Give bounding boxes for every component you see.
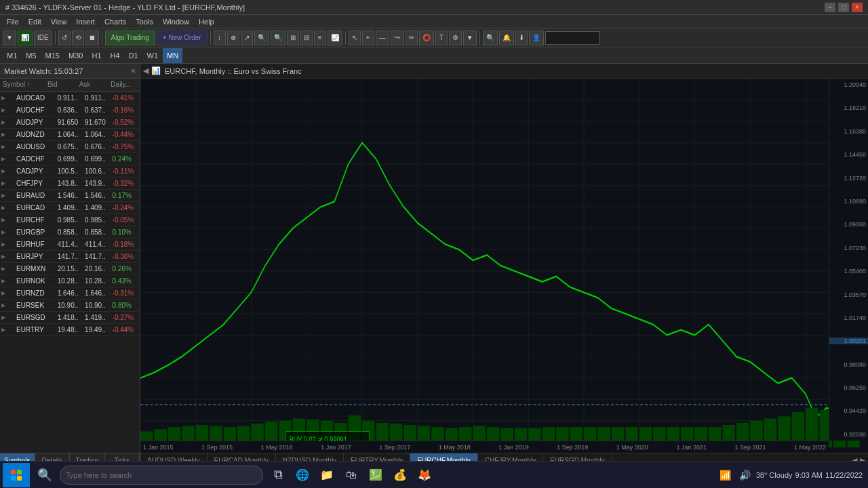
chart-tool-1[interactable]: ↕ bbox=[214, 30, 226, 45]
svg-rect-82 bbox=[11, 476, 16, 481]
taskbar-volume[interactable]: 🔊 bbox=[736, 470, 753, 481]
taskbar-edge[interactable]: 🌐 bbox=[290, 463, 315, 487]
row-expand: ▶ bbox=[0, 205, 7, 211]
market-watch-row[interactable]: ▶ EURJPY 141.7.. 141.7.. -0.36% bbox=[0, 251, 140, 263]
market-watch-row[interactable]: ▶ EURSGD 1.418.. 1.419.. -0.27% bbox=[0, 312, 140, 324]
maximize-button[interactable]: □ bbox=[838, 3, 849, 12]
download-icon[interactable]: ⬇ bbox=[515, 30, 528, 45]
draw-tool-2[interactable]: + bbox=[362, 30, 374, 45]
tf-m30[interactable]: M30 bbox=[64, 48, 87, 63]
chart-tool-2[interactable]: ⊕ bbox=[227, 30, 239, 45]
tf-h4[interactable]: H4 bbox=[106, 48, 123, 63]
market-watch-panel: Market Watch: 15:03:27 × Symbol ↑ Bid As… bbox=[0, 64, 140, 468]
menu-file[interactable]: File bbox=[3, 15, 23, 28]
market-watch-row[interactable]: ▶ EURCAD 1.409.. 1.409.. -0.24% bbox=[0, 202, 140, 214]
market-watch-row[interactable]: ▶ EURAUD 1.546.. 1.546.. 0.17% bbox=[0, 190, 140, 202]
draw-tool-8[interactable]: ⚙ bbox=[449, 30, 462, 45]
menu-window[interactable]: Window bbox=[159, 15, 193, 28]
new-order-button[interactable]: + New Order bbox=[157, 30, 208, 45]
draw-tool-7[interactable]: T bbox=[435, 30, 448, 45]
taskbar-search-icon[interactable]: 🔍 bbox=[33, 463, 57, 487]
market-watch-row[interactable]: ▶ EURNZD 1.646.. 1.646.. -0.31% bbox=[0, 287, 140, 300]
chart-tool-9[interactable]: 📈 bbox=[328, 30, 342, 45]
menu-charts[interactable]: Charts bbox=[100, 15, 130, 28]
taskbar-task-view[interactable]: ⧉ bbox=[266, 463, 290, 487]
market-watch-row[interactable]: ▶ EURGBP 0.858.. 0.858.. 0.10% bbox=[0, 226, 140, 239]
algo-trading-button[interactable]: Algo Trading bbox=[105, 30, 155, 45]
taskbar-folder[interactable]: 📁 bbox=[315, 463, 339, 487]
toolbar-dropdown[interactable]: ▼ bbox=[3, 30, 16, 45]
draw-tool-1[interactable]: ↖ bbox=[349, 30, 361, 45]
market-watch-row[interactable]: ▶ EURNOK 10.28.. 10.28.. 0.43% bbox=[0, 275, 140, 287]
market-watch-row[interactable]: ▶ CADJPY 100.5.. 100.6.. -0.11% bbox=[0, 165, 140, 178]
tf-d1[interactable]: D1 bbox=[125, 48, 142, 63]
market-watch-row[interactable]: ▶ EURMXN 20.15.. 20.16.. 0.26% bbox=[0, 263, 140, 275]
chart-tool-5[interactable]: 🔍 bbox=[271, 30, 285, 45]
draw-tool-9[interactable]: ▼ bbox=[463, 30, 477, 45]
taskbar-app1[interactable]: 💹 bbox=[363, 463, 388, 487]
tf-m1[interactable]: M1 bbox=[3, 48, 21, 63]
taskbar-date: 11/22/2022 bbox=[825, 471, 863, 479]
row-daily: -0.44% bbox=[113, 131, 140, 138]
taskbar-wifi[interactable]: 📶 bbox=[717, 470, 734, 481]
taskbar-store[interactable]: 🛍 bbox=[339, 463, 363, 487]
market-watch-row[interactable]: ▶ CADCHF 0.699.. 0.699.. 0.24% bbox=[0, 153, 140, 165]
market-watch-row[interactable]: ▶ AUDUSD 0.675.. 0.676.. -0.75% bbox=[0, 141, 140, 153]
x-date-6: 1 May 2018 bbox=[439, 444, 471, 451]
profile-icon[interactable]: 👤 bbox=[529, 30, 544, 45]
market-watch-row[interactable]: ▶ CHFJPY 143.8.. 143.9.. -0.32% bbox=[0, 178, 140, 190]
chart-canvas[interactable]: BUY 0.02 at 0.99091 SL 1.20040 1.18210 1… bbox=[140, 79, 868, 453]
chart-tool-4[interactable]: 🔍 bbox=[254, 30, 269, 45]
taskbar-search-input[interactable] bbox=[60, 466, 263, 485]
search-input[interactable] bbox=[545, 31, 599, 45]
market-watch-row[interactable]: ▶ EURSEK 10.90.. 10.90.. 0.80% bbox=[0, 300, 140, 312]
minimize-button[interactable]: − bbox=[825, 3, 835, 12]
chart-tool-6[interactable]: ⊞ bbox=[287, 30, 299, 45]
tf-m15[interactable]: M15 bbox=[41, 48, 64, 63]
draw-tool-3[interactable]: — bbox=[376, 30, 389, 45]
tf-w1[interactable]: W1 bbox=[143, 48, 163, 63]
chart-tool-8[interactable]: ≡ bbox=[314, 30, 326, 45]
timeframe-bar: M1 M5 M15 M30 H1 H4 D1 W1 MN bbox=[0, 47, 868, 64]
market-watch-row[interactable]: ▶ AUDJPY 91.650 91.670 -0.52% bbox=[0, 117, 140, 129]
search-icon[interactable]: 🔍 bbox=[483, 30, 498, 45]
market-watch-row[interactable]: ▶ EURHUF 411.4.. 411.4.. -0.18% bbox=[0, 239, 140, 251]
chart-tool-7[interactable]: ⊟ bbox=[300, 30, 313, 45]
toolbar-ide[interactable]: IDE bbox=[34, 30, 52, 45]
market-watch-row[interactable]: ▶ AUDCHF 0.636.. 0.637.. -0.16% bbox=[0, 104, 140, 117]
chart-tool-3[interactable]: ↗ bbox=[241, 30, 253, 45]
toolbar-circle[interactable]: ⟲ bbox=[72, 30, 84, 45]
svg-rect-81 bbox=[17, 470, 22, 474]
draw-tool-5[interactable]: ✏ bbox=[406, 30, 418, 45]
close-button[interactable]: × bbox=[852, 3, 863, 12]
market-watch-row[interactable]: ▶ AUDCAD 0.911.. 0.911.. -0.41% bbox=[0, 92, 140, 104]
tf-h1[interactable]: H1 bbox=[87, 48, 105, 63]
row-expand: ▶ bbox=[0, 156, 7, 162]
market-watch-row[interactable]: ▶ EURTRY 19.48.. 19.49.. -0.44% bbox=[0, 324, 140, 336]
y-price-16: 0.92590 bbox=[829, 431, 868, 438]
toolbar-arrow[interactable]: ↺ bbox=[58, 30, 71, 45]
row-ask: 0.676.. bbox=[85, 143, 112, 150]
toolbar-new-chart[interactable]: 📊 bbox=[18, 30, 33, 45]
row-expand: ▶ bbox=[0, 180, 7, 186]
menu-edit[interactable]: Edit bbox=[24, 15, 45, 28]
tf-mn[interactable]: MN bbox=[163, 48, 182, 63]
menu-tools[interactable]: Tools bbox=[132, 15, 157, 28]
start-button[interactable] bbox=[3, 463, 30, 487]
menu-insert[interactable]: Insert bbox=[72, 15, 99, 28]
taskbar-app3[interactable]: 🦊 bbox=[412, 463, 437, 487]
draw-tool-6[interactable]: ⭕ bbox=[419, 30, 434, 45]
market-watch-row[interactable]: ▶ AUDNZD 1.064.. 1.064.. -0.44% bbox=[0, 129, 140, 141]
market-watch-row[interactable]: ▶ EURCHF 0.985.. 0.985.. -0.05% bbox=[0, 214, 140, 226]
menu-view[interactable]: View bbox=[47, 15, 71, 28]
taskbar-app2[interactable]: 💰 bbox=[388, 463, 412, 487]
draw-tool-4[interactable]: 〜 bbox=[391, 30, 404, 45]
chart-nav-left[interactable]: ◀ bbox=[143, 66, 149, 75]
toolbar-stop[interactable]: ⏹ bbox=[85, 30, 99, 45]
row-expand: ▶ bbox=[0, 290, 7, 296]
market-watch-close[interactable]: × bbox=[131, 66, 136, 76]
notification-icon[interactable]: 🔔 bbox=[499, 30, 514, 45]
x-date-1: 1 Jan 2015 bbox=[143, 444, 174, 451]
tf-m5[interactable]: M5 bbox=[22, 48, 40, 63]
menu-help[interactable]: Help bbox=[195, 15, 218, 28]
